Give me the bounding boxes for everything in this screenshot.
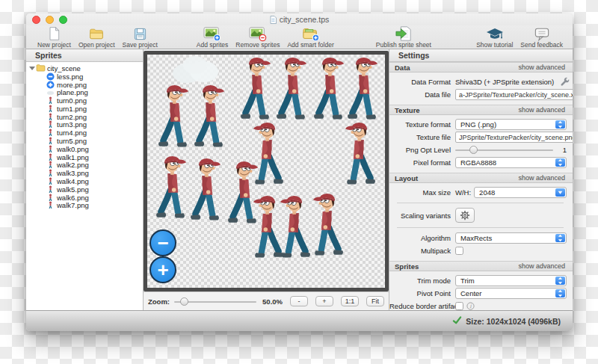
max-size-dropdown[interactable]: 2048 (474, 187, 567, 198)
tree-item-less-png[interactable]: less.png (26, 73, 143, 81)
tree-item-turn3-png[interactable]: turn3.png (26, 121, 143, 129)
toolbar-item-send-feedback[interactable]: Send feedback (517, 26, 567, 49)
tree-item-label: walk1.png (57, 153, 89, 161)
zoom-fit-button[interactable]: Fit (366, 296, 384, 306)
settings-row-data-format: Data FormatShiva3D (+ JPSprite extension… (389, 75, 567, 88)
zoom-window-button[interactable] (59, 16, 67, 24)
canvas-column: −+ Zoom: 50.0% -+1:1Fit (144, 49, 389, 310)
settings-row-trim-mode: Trim modeTrim (389, 274, 567, 287)
dropdown-selected-value: MaxRects (460, 234, 492, 242)
chevron-up-down-icon (555, 234, 565, 242)
settings-row-control: Trim (455, 275, 567, 286)
toolbar-item-remove-sprites[interactable]: Remove sprites (232, 26, 283, 49)
character-sprite-icon (45, 161, 55, 169)
toolbar-item-add-sprites[interactable]: Add sprites (193, 26, 232, 49)
zoom-out-button[interactable]: - (290, 296, 308, 306)
graduation-cap-icon (486, 26, 504, 41)
character-sprite-icon (45, 129, 55, 137)
tree-item-walk7-png[interactable]: walk7.png (26, 202, 143, 210)
tree-item-plane-png[interactable]: plane.png (26, 88, 143, 96)
tree-item-city-scene[interactable]: city_scene (26, 64, 143, 73)
tree-item-more-png[interactable]: more.png (26, 81, 143, 89)
toolbar-item-new-project[interactable]: New project (34, 26, 75, 49)
pivot-point-dropdown[interactable]: Center (455, 288, 567, 299)
zoom-slider[interactable] (174, 297, 256, 306)
tree-item-walk2-png[interactable]: walk2.png (26, 161, 143, 170)
toolbar-item-add-smart-folder[interactable]: Add smart folder (283, 26, 337, 49)
scaling-variants-gear-button[interactable] (455, 208, 475, 223)
tree-item-turn2-png[interactable]: turn2.png (26, 113, 143, 121)
tree-item-walk1-png[interactable]: walk1.png (26, 153, 143, 161)
tree-item-turn0-png[interactable]: turn0.png (26, 96, 143, 105)
show-advanced-link[interactable]: show advanced (518, 174, 565, 182)
sprite-sheet-canvas[interactable]: −+ (144, 51, 389, 291)
file-path-field[interactable]: JPSprite/TexturePacker/city_scene.png (455, 132, 573, 143)
zoom-in-button[interactable]: + (315, 296, 333, 306)
texture-format-dropdown[interactable]: PNG (.png) (455, 119, 567, 130)
trim-mode-dropdown[interactable]: Trim (455, 275, 567, 286)
settings-sections: Datashow advancedData FormatShiva3D (+ J… (389, 62, 573, 310)
toolbar-item-save-project[interactable]: Save project (119, 26, 161, 49)
titlebar[interactable]: city_scene.tps (26, 13, 573, 25)
tree-item-walk3-png[interactable]: walk3.png (26, 169, 143, 177)
image-plus-icon (203, 26, 221, 41)
character-sprite-icon (45, 137, 55, 145)
settings-row-pivot-point: Pivot PointCenter (389, 287, 567, 300)
floppy-disk-icon (133, 26, 147, 41)
character-sprite-8 (156, 156, 186, 218)
settings-row-label: Pivot Point (389, 289, 455, 297)
less-sprite-button: − (150, 229, 176, 256)
png-opt-level-slider[interactable] (455, 146, 553, 154)
toolbar-item-label: New project (37, 41, 71, 49)
tree-item-turn1-png[interactable]: turn1.png (26, 105, 143, 113)
reduce-border-artifacts-checkbox[interactable] (455, 302, 463, 310)
tree-item-walk6-png[interactable]: walk6.png (26, 194, 143, 202)
toolbar-item-label: Send feedback (520, 41, 563, 49)
show-advanced-link[interactable]: show advanced (518, 64, 565, 71)
tree-item-walk4-png[interactable]: walk4.png (26, 177, 143, 185)
file-path-field[interactable]: a-JPSprite/TexturePacker/city_scene.xml (455, 89, 573, 100)
tree-item-label: city_scene (47, 64, 81, 73)
minus-sprite-icon (45, 73, 55, 81)
settings-row-scaling-variants: Scaling variants (389, 207, 567, 223)
settings-row-control: a-JPSprite/TexturePacker/city_scene.xml (455, 89, 573, 100)
toolbar-item-publish-sprite-sheet[interactable]: Publish sprite sheet (372, 26, 435, 49)
zoom-slider-thumb[interactable] (180, 297, 188, 306)
svg-text:i: i (469, 303, 472, 309)
settings-row-label: Texture file (389, 133, 455, 141)
minimize-button[interactable] (46, 16, 54, 24)
show-advanced-link[interactable]: show advanced (518, 262, 565, 270)
tree-item-turn4-png[interactable]: turn4.png (26, 129, 143, 137)
character-sprite-icon (45, 185, 55, 194)
settings-row-control: MaxRects (455, 232, 567, 244)
character-sprite-4 (158, 85, 188, 147)
dropdown-selected-value: PNG (.png) (460, 120, 496, 129)
close-button[interactable] (32, 16, 40, 24)
show-advanced-link[interactable]: show advanced (518, 106, 565, 114)
toolbar-item-label: Add sprites (197, 41, 229, 49)
section-rows-sprites: Trim modeTrimPivot PointCenterReduce bor… (389, 271, 573, 310)
character-sprite-icon (45, 177, 55, 185)
character-sprite-2 (314, 58, 344, 120)
settings-row-label: Multipack (389, 247, 455, 255)
wrench-icon[interactable] (560, 77, 570, 87)
faint-sprite-icon (45, 89, 55, 96)
settings-row-label: Pixel format (389, 158, 455, 167)
pixel-format-dropdown[interactable]: RGBA8888 (455, 157, 567, 168)
zoom-one-to-one-button[interactable]: 1:1 (341, 296, 359, 306)
sprites-panel: Sprites city_sceneless.pngmore.pngplane.… (26, 49, 144, 310)
tree-item-walk0-png[interactable]: walk0.png (26, 145, 143, 153)
disclosure-triangle-icon[interactable] (29, 65, 35, 71)
multipack-checkbox[interactable] (455, 247, 463, 255)
toolbar-item-show-tutorial[interactable]: Show tutorial (472, 26, 517, 49)
algorithm-dropdown[interactable]: MaxRects (455, 232, 567, 244)
window-title-group: city_scene.tps (270, 15, 330, 24)
slider-value: 1 (556, 146, 567, 154)
tree-item-turn5-png[interactable]: turn5.png (26, 137, 143, 145)
character-sprite-6 (253, 123, 283, 185)
info-icon: i (466, 302, 475, 310)
tree-item-walk5-png[interactable]: walk5.png (26, 185, 143, 194)
toolbar-item-open-project[interactable]: Open project (75, 26, 119, 49)
slider-thumb[interactable] (469, 146, 478, 154)
tree-item-label: walk4.png (57, 177, 89, 185)
